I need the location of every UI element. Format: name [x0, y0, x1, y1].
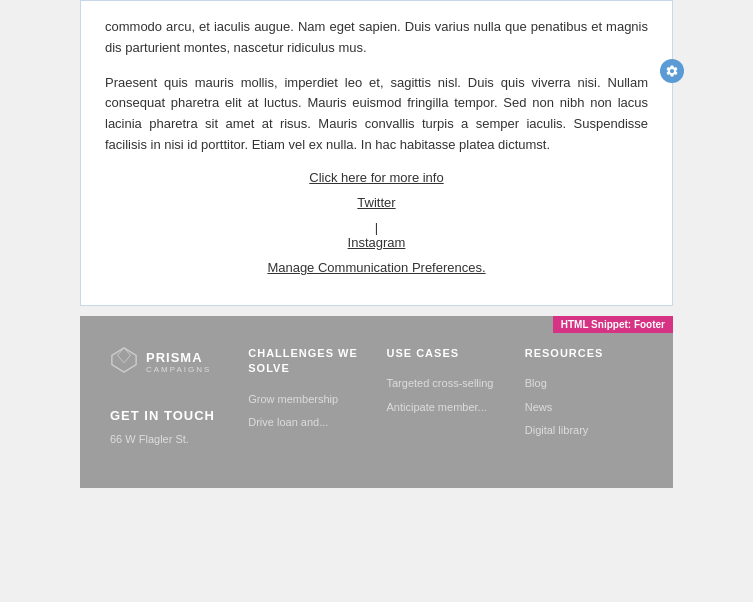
paragraph-1: commodo arcu, et iaculis augue. Nam eget… — [105, 17, 648, 59]
email-body: commodo arcu, et iaculis augue. Nam eget… — [80, 0, 673, 306]
footer-logo-column: Prisma CAMPAIGNS GET IN TOUCH 66 W Flagl… — [110, 346, 228, 449]
challenge-link-1[interactable]: Grow membership — [248, 391, 366, 409]
manage-preferences-link[interactable]: Manage Communication Preferences. — [105, 260, 648, 275]
more-info-link[interactable]: Click here for more info — [105, 170, 648, 185]
resource-link-news[interactable]: News — [525, 399, 643, 417]
html-snippet-badge: HTML Snippet: Footer — [553, 316, 673, 333]
settings-button[interactable] — [660, 59, 684, 83]
diamond-icon — [110, 346, 138, 374]
challenge-link-2[interactable]: Drive loan and... — [248, 414, 366, 432]
prisma-logo-icon — [110, 346, 138, 378]
resources-column: RESOURCES Blog News Digital library — [525, 346, 643, 449]
use-case-link-2[interactable]: Anticipate member... — [387, 399, 505, 417]
challenges-column: CHALLENGES WE SOLVE Grow membership Driv… — [248, 346, 366, 449]
svg-marker-0 — [112, 348, 136, 372]
link-section: Click here for more info Twitter | Insta… — [105, 170, 648, 275]
logo-sub: CAMPAIGNS — [146, 365, 211, 374]
use-case-link-1[interactable]: Targeted cross-selling — [387, 375, 505, 393]
logo-text: Prisma CAMPAIGNS — [146, 350, 211, 374]
resource-link-blog[interactable]: Blog — [525, 375, 643, 393]
footer: HTML Snippet: Footer Prisma CAMPAIGNS GE… — [80, 316, 673, 489]
logo-container: Prisma CAMPAIGNS — [110, 346, 228, 378]
instagram-link[interactable]: Instagram — [105, 235, 648, 250]
footer-content: Prisma CAMPAIGNS GET IN TOUCH 66 W Flagl… — [80, 316, 673, 469]
resources-title: RESOURCES — [525, 346, 643, 361]
section-divider — [0, 306, 753, 316]
use-cases-title: USE CASES — [387, 346, 505, 361]
challenges-title: CHALLENGES WE SOLVE — [248, 346, 366, 377]
footer-address: 66 W Flagler St. — [110, 431, 228, 449]
twitter-link[interactable]: Twitter — [105, 195, 648, 210]
social-separator: | — [375, 220, 378, 235]
paragraph-2: Praesent quis mauris mollis, imperdiet l… — [105, 73, 648, 156]
get-in-touch-title: GET IN TOUCH — [110, 408, 228, 423]
social-links: Twitter | Instagram — [105, 195, 648, 250]
use-cases-column: USE CASES Targeted cross-selling Anticip… — [387, 346, 505, 449]
logo-name: Prisma — [146, 350, 211, 365]
gear-icon — [665, 64, 679, 78]
resource-link-digital[interactable]: Digital library — [525, 422, 643, 440]
